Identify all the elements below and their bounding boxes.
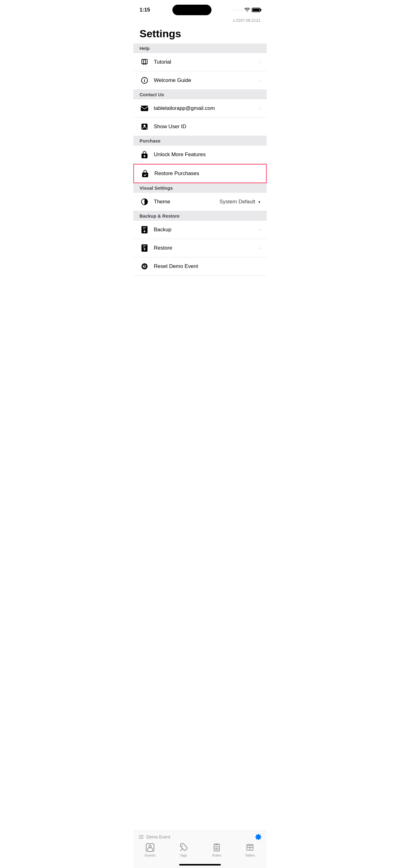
list-item-tutorial[interactable]: Tutorial › [133,53,267,71]
svg-point-2 [144,79,145,80]
envelope-icon [139,103,149,113]
chevron-icon: › [259,59,261,65]
svg-rect-9 [142,173,148,177]
list-item-theme[interactable]: Theme System Default ▾ [133,193,267,211]
chevron-icon: › [259,245,261,251]
svg-point-5 [143,125,146,127]
id-card-icon [139,122,149,132]
backup-label: Backup [154,227,259,233]
chevron-icon: › [259,227,261,232]
section-header-visual: Visual Settings [133,183,267,193]
svg-rect-3 [141,105,148,111]
user-id-label: Show User ID [154,124,261,130]
section-header-help: Help [133,43,267,53]
section-header-backup: Backup & Restore [133,211,267,221]
tutorial-label: Tutorial [154,59,259,65]
half-circle-icon [139,197,149,207]
dropdown-arrow-icon: ▾ [258,199,261,204]
dynamic-island [172,5,211,15]
restore-label: Restore [154,245,259,251]
list-item-backup[interactable]: Backup › [133,221,267,239]
version-text: v.2207.09.2121 [133,16,267,25]
chevron-icon: › [259,105,261,111]
lock-plus-icon [139,150,149,160]
status-icons [233,8,261,12]
list-item-email[interactable]: tabletailorapp@gmail.com › [133,99,267,118]
list-item-unlock-features[interactable]: Unlock More Features [133,146,267,164]
section-header-contact: Contact Us [133,90,267,99]
wifi-icon [244,8,250,12]
list-item-user-id[interactable]: Show User ID [133,118,267,136]
welcome-guide-label: Welcome Guide [154,77,259,84]
status-bar: 1:15 [133,0,267,16]
unlock-features-label: Unlock More Features [154,152,261,158]
lock-check-icon [140,168,150,179]
list-item-restore-purchases[interactable]: Restore Purchases [133,164,267,183]
book-icon [139,57,149,67]
theme-label: Theme [154,199,220,205]
restore-purchases-label: Restore Purchases [155,170,260,177]
signal-icon [233,9,242,11]
status-time: 1:15 [139,7,150,13]
info-circle-icon [139,75,149,85]
list-item-reset-demo[interactable]: Reset Demo Event [133,257,267,276]
file-down-icon [139,225,149,235]
list-item-welcome-guide[interactable]: Welcome Guide › [133,71,267,90]
chevron-icon: › [259,78,261,83]
list-item-restore[interactable]: Restore › [133,239,267,257]
battery-icon [252,8,261,12]
section-header-purchase: Purchase [133,136,267,146]
theme-value-wrap[interactable]: System Default ▾ [220,199,261,205]
page-title: Settings [133,25,267,43]
theme-value: System Default [220,199,255,205]
reset-demo-label: Reset Demo Event [154,263,261,270]
reset-circle-icon [139,261,149,271]
file-up-icon [139,243,149,253]
email-label: tabletailorapp@gmail.com [154,105,259,112]
